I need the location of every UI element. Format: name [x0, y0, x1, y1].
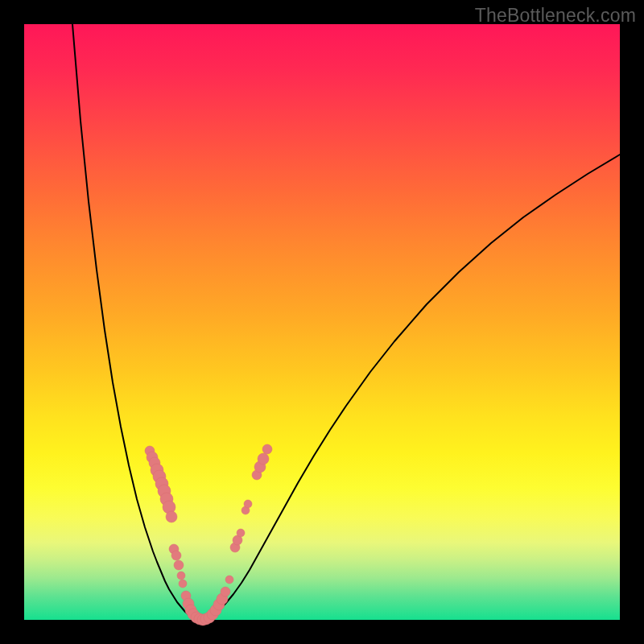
curve-svg	[24, 24, 620, 620]
data-marker	[166, 511, 177, 522]
data-marker	[174, 560, 184, 570]
curve-markers	[145, 444, 272, 625]
data-marker	[179, 580, 187, 588]
data-marker	[262, 444, 272, 454]
data-marker	[237, 529, 245, 537]
data-marker	[258, 453, 269, 464]
data-marker	[177, 572, 185, 580]
data-marker	[221, 587, 230, 597]
curve-lines	[72, 24, 620, 620]
chart-frame: TheBottleneck.com	[0, 0, 644, 644]
data-marker	[225, 576, 233, 584]
data-marker	[171, 551, 181, 560]
watermark-text: TheBottleneck.com	[475, 5, 636, 27]
data-marker	[244, 500, 252, 508]
bottleneck-curve	[72, 24, 620, 620]
plot-area	[24, 24, 620, 620]
